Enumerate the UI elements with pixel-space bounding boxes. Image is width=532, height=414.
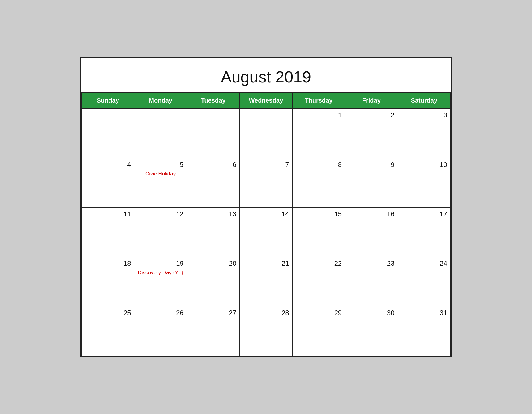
- day-number: 26: [137, 309, 183, 317]
- calendar-week-row: 123: [82, 108, 451, 158]
- calendar-day-cell: [240, 108, 292, 158]
- calendar-day-cell: [82, 108, 134, 158]
- calendar-day-cell: 5Civic Holiday: [134, 158, 187, 207]
- calendar-day-cell: 2: [345, 108, 398, 158]
- day-number: 16: [348, 210, 394, 218]
- calendar-day-header: Saturday: [398, 92, 450, 108]
- calendar-day-cell: 29: [292, 306, 345, 356]
- calendar-day-cell: 21: [240, 257, 292, 306]
- day-number: 24: [401, 260, 447, 268]
- day-number: 11: [85, 210, 131, 218]
- day-number: 29: [296, 309, 342, 317]
- calendar-day-cell: 8: [292, 158, 345, 207]
- calendar-day-header: Monday: [134, 92, 187, 108]
- day-number: 20: [190, 260, 236, 268]
- calendar-day-cell: 17: [398, 207, 450, 257]
- day-number: 18: [85, 260, 131, 268]
- day-number: 28: [243, 309, 289, 317]
- calendar-day-cell: 20: [187, 257, 239, 306]
- calendar-day-cell: 26: [134, 306, 187, 356]
- calendar-day-cell: 31: [398, 306, 450, 356]
- calendar-day-cell: [187, 108, 239, 158]
- calendar-day-cell: 18: [82, 257, 134, 306]
- calendar-day-header: Friday: [345, 92, 398, 108]
- day-number: 17: [401, 210, 447, 218]
- calendar-day-cell: 10: [398, 158, 450, 207]
- calendar-day-cell: 11: [82, 207, 134, 257]
- calendar-container: August 2019 SundayMondayTuesdayWednesday…: [80, 57, 452, 357]
- calendar-grid: SundayMondayTuesdayWednesdayThursdayFrid…: [81, 92, 451, 356]
- day-number: 2: [348, 111, 394, 119]
- day-number: 23: [348, 260, 394, 268]
- calendar-day-cell: 9: [345, 158, 398, 207]
- day-number: 25: [85, 309, 131, 317]
- calendar-week-row: 25262728293031: [82, 306, 451, 356]
- day-number: 12: [137, 210, 183, 218]
- calendar-week-row: 45Civic Holiday678910: [82, 158, 451, 207]
- calendar-title: August 2019: [81, 58, 451, 92]
- calendar-day-cell: 15: [292, 207, 345, 257]
- calendar-day-cell: 22: [292, 257, 345, 306]
- calendar-day-cell: 12: [134, 207, 187, 257]
- calendar-day-cell: 4: [82, 158, 134, 207]
- calendar-day-cell: 30: [345, 306, 398, 356]
- calendar-day-header: Tuesday: [187, 92, 239, 108]
- day-number: 15: [296, 210, 342, 218]
- calendar-day-cell: 16: [345, 207, 398, 257]
- day-number: 5: [137, 161, 183, 169]
- calendar-day-cell: 23: [345, 257, 398, 306]
- day-number: 22: [296, 260, 342, 268]
- day-number: 1: [296, 111, 342, 119]
- calendar-week-row: 11121314151617: [82, 207, 451, 257]
- calendar-day-cell: 27: [187, 306, 239, 356]
- day-number: 31: [401, 309, 447, 317]
- calendar-day-cell: 28: [240, 306, 292, 356]
- calendar-day-cell: [134, 108, 187, 158]
- day-number: 10: [401, 161, 447, 169]
- calendar-day-cell: 19Discovery Day (YT): [134, 257, 187, 306]
- calendar-day-header: Wednesday: [240, 92, 292, 108]
- day-number: 19: [137, 260, 183, 268]
- day-number: 8: [296, 161, 342, 169]
- calendar-day-cell: 7: [240, 158, 292, 207]
- calendar-body: 12345Civic Holiday6789101112131415161718…: [82, 108, 451, 356]
- day-number: 14: [243, 210, 289, 218]
- day-number: 6: [190, 161, 236, 169]
- calendar-day-cell: 3: [398, 108, 450, 158]
- holiday-label: Civic Holiday: [137, 171, 183, 177]
- day-number: 13: [190, 210, 236, 218]
- calendar-header-row: SundayMondayTuesdayWednesdayThursdayFrid…: [82, 92, 451, 108]
- calendar-day-cell: 13: [187, 207, 239, 257]
- calendar-day-header: Sunday: [82, 92, 134, 108]
- day-number: 3: [401, 111, 447, 119]
- day-number: 4: [85, 161, 131, 169]
- calendar-day-cell: 25: [82, 306, 134, 356]
- calendar-day-cell: 1: [292, 108, 345, 158]
- day-number: 7: [243, 161, 289, 169]
- calendar-day-header: Thursday: [292, 92, 345, 108]
- calendar-day-cell: 6: [187, 158, 239, 207]
- calendar-day-cell: 24: [398, 257, 450, 306]
- calendar-day-cell: 14: [240, 207, 292, 257]
- calendar-week-row: 1819Discovery Day (YT)2021222324: [82, 257, 451, 306]
- day-number: 30: [348, 309, 394, 317]
- day-number: 21: [243, 260, 289, 268]
- day-number: 9: [348, 161, 394, 169]
- holiday-label: Discovery Day (YT): [137, 269, 183, 276]
- day-number: 27: [190, 309, 236, 317]
